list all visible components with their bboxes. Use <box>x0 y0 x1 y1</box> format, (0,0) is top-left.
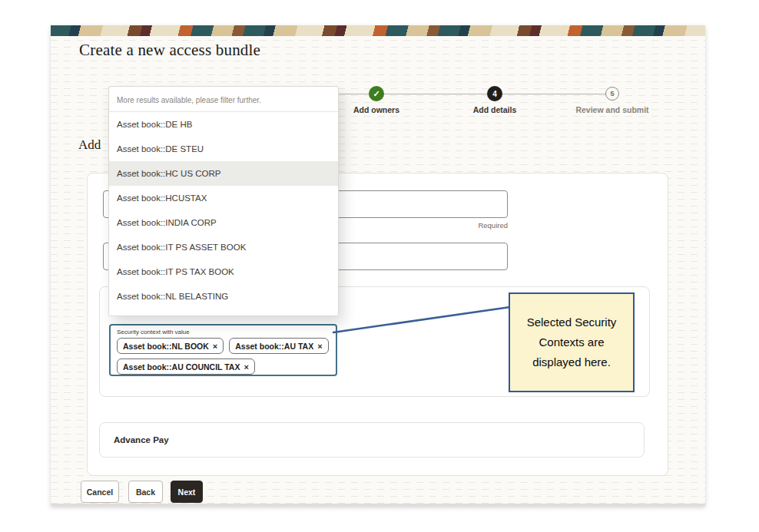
security-context-field[interactable]: Security context with value Asset book::… <box>109 324 337 376</box>
annotation-callout: Selected Security Contexts are displayed… <box>509 292 635 392</box>
dropdown-item[interactable]: Asset book::IT PS ASSET BOOK <box>109 235 338 259</box>
chip-label: Asset book::NL BOOK <box>123 342 209 351</box>
remove-chip-icon[interactable]: × <box>244 362 248 372</box>
check-icon: ✓ <box>373 89 380 99</box>
step-current-circle[interactable]: 4 <box>487 86 502 101</box>
step-label-add-details: Add details <box>441 105 549 114</box>
step-upcoming-circle[interactable]: 5 <box>605 87 619 101</box>
dropdown-item[interactable]: Asset book::DE HB <box>109 112 338 137</box>
remove-chip-icon[interactable]: × <box>213 342 217 351</box>
dropdown-item[interactable]: Asset book::INDIA CORP <box>109 210 338 235</box>
dropdown-item[interactable]: Asset book::NL BELASTING <box>109 284 338 309</box>
cancel-button[interactable]: Cancel <box>81 481 119 503</box>
security-context-field-label: Security context with value <box>117 329 330 335</box>
dropdown-item[interactable]: Asset book::DE STEU <box>109 137 338 161</box>
chip-label: Asset book::AU COUNCIL TAX <box>123 362 240 372</box>
callout-text: Selected Security Contexts are displayed… <box>522 312 621 373</box>
chip-nl-book[interactable]: Asset book::NL BOOK × <box>117 338 224 354</box>
dropdown-item[interactable]: Asset book::HCUSTAX <box>109 186 338 210</box>
advance-pay-section[interactable]: Advance Pay <box>99 422 645 458</box>
step-number: 4 <box>492 90 497 98</box>
advance-pay-label: Advance Pay <box>114 435 169 444</box>
step-number: 5 <box>610 90 614 97</box>
chip-au-tax[interactable]: Asset book::AU TAX × <box>229 338 328 354</box>
step-complete-check-icon[interactable]: ✓ <box>369 86 384 101</box>
security-context-dropdown: More results available, please filter fu… <box>108 86 339 316</box>
chip-label: Asset book::AU TAX <box>235 342 313 351</box>
chip-au-council-tax[interactable]: Asset book::AU COUNCIL TAX × <box>117 359 255 375</box>
step-label-review-submit: Review and submit <box>558 105 666 114</box>
dropdown-item[interactable]: Asset book::IT PS TAX BOOK <box>109 259 338 284</box>
dropdown-note: More results available, please filter fu… <box>109 87 338 111</box>
dropdown-item-highlighted[interactable]: Asset book::HC US CORP <box>109 161 338 186</box>
next-button[interactable]: Next <box>171 481 203 503</box>
page-canvas: Create a new access bundle ✓ 4 5 Add own… <box>51 25 705 506</box>
remove-chip-icon[interactable]: × <box>317 342 322 351</box>
back-button[interactable]: Back <box>128 481 163 503</box>
step-label-add-owners: Add owners <box>323 105 430 114</box>
page-title: Create a new access bundle <box>79 41 260 60</box>
chip-list: Asset book::NL BOOK × Asset book::AU TAX… <box>117 338 330 375</box>
section-heading-fragment: Add <box>78 137 101 153</box>
decorative-pattern-banner <box>51 25 705 36</box>
screenshot-viewport: Create a new access bundle ✓ 4 5 Add own… <box>0 0 759 532</box>
